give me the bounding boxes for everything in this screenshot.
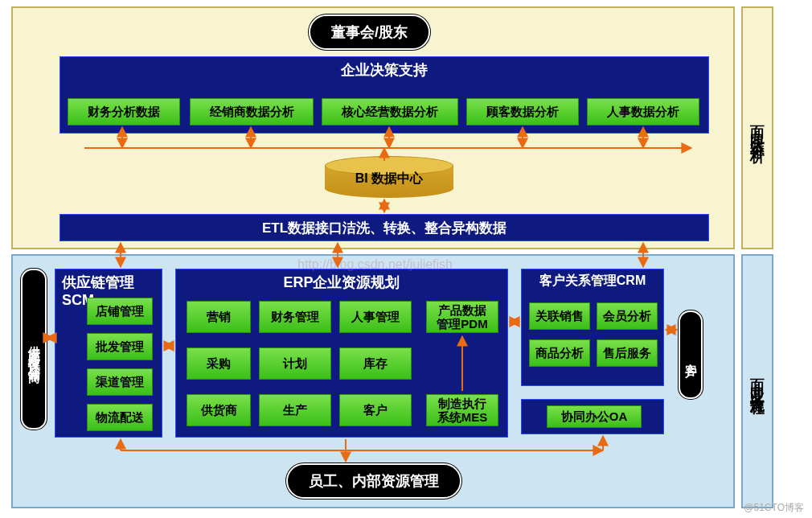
watermark: http://blog.csdn.net/juliefish (297, 257, 453, 272)
node-aftersales: 售后服务 (597, 339, 658, 367)
node-finance-analysis: 财务分析数据 (68, 98, 180, 125)
node-inventory: 库存 (339, 347, 412, 380)
vpill-customers: 客户 (679, 310, 703, 399)
node-fin-mgmt: 财务管理 (259, 301, 331, 333)
side-label-text: 面向业务流程 (748, 367, 767, 396)
node-purchase: 采购 (187, 347, 251, 380)
node-member: 会员分析 (597, 302, 658, 330)
node-plan: 计划 (259, 347, 331, 380)
node-oa: 协同办公OA (547, 405, 642, 428)
node-dealer-analysis: 经销商数据分析 (190, 98, 314, 125)
node-hr-analysis: 人事数据分析 (587, 98, 699, 125)
side-label-text: 面向决策分析 (748, 113, 767, 142)
node-pdm: 产品数据 管理PDM (426, 301, 498, 333)
vpill-suppliers: 供应商 合作伙伴 分销商 (21, 269, 47, 430)
node-core-ops-analysis: 核心经营数据分析 (322, 98, 458, 125)
panel-title: 客户关系管理CRM (522, 273, 663, 290)
node-supplier: 供货商 (187, 394, 251, 426)
side-label-business: 面向业务流程 (741, 254, 773, 508)
pill-board: 董事会/股东 (309, 14, 430, 50)
node-channel: 渠道管理 (87, 368, 153, 396)
node-produce: 生产 (259, 394, 331, 426)
node-assoc-sales: 关联销售 (529, 302, 590, 330)
node-cust: 客户 (339, 394, 412, 426)
node-customer-analysis: 顾客数据分析 (466, 98, 579, 125)
node-logistics: 物流配送 (87, 404, 153, 431)
pill-employees: 员工、内部资源管理 (286, 463, 461, 499)
panel-title: 企业决策支持 (60, 60, 708, 80)
panel-title: ERP企业资源规划 (176, 273, 507, 292)
node-product-analysis: 商品分析 (529, 339, 590, 367)
side-label-decision: 面向决策分析 (741, 6, 773, 249)
node-store-mgmt: 店铺管理 (87, 298, 153, 325)
credit: @51CTO博客 (744, 501, 804, 515)
etl-bar: ETL数据接口洁洗、转换、整合异构数据 (59, 214, 709, 241)
bi-datacenter: BI 数据中心 (325, 166, 453, 198)
node-marketing: 营销 (187, 301, 251, 333)
node-wholesale: 批发管理 (87, 333, 153, 360)
node-mes: 制造执行 系统MES (426, 394, 498, 426)
node-hr-mgmt: 人事管理 (339, 301, 412, 333)
